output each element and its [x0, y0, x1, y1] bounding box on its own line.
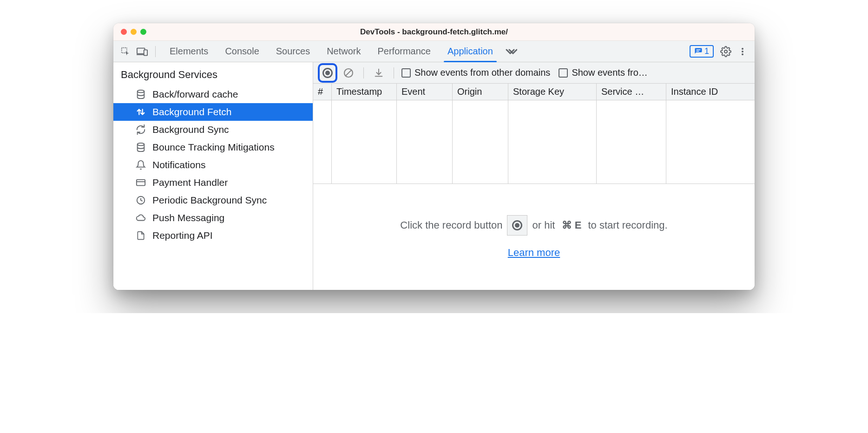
hint-post: to start recording.	[588, 219, 667, 231]
show-other-storage-checkbox[interactable]: Show events fro…	[559, 67, 647, 78]
record-icon	[322, 68, 333, 78]
credit-card-icon	[135, 177, 147, 189]
divider	[363, 67, 364, 79]
col-instance-id[interactable]: Instance ID	[666, 84, 755, 100]
content-area: Background Services Back/forward cache B…	[113, 62, 755, 290]
sidebar-item-notifications[interactable]: Notifications	[113, 156, 313, 174]
divider	[394, 67, 394, 79]
svg-line-16	[346, 70, 352, 76]
svg-point-8	[742, 51, 743, 52]
panel-tabs: Elements Console Sources Network Perform…	[161, 41, 685, 62]
window-title: DevTools - background-fetch.glitch.me/	[113, 27, 755, 37]
tab-performance[interactable]: Performance	[369, 41, 440, 62]
sidebar-item-label: Payment Handler	[152, 177, 228, 188]
tab-sources[interactable]: Sources	[268, 41, 318, 62]
clock-icon	[135, 194, 147, 206]
sidebar-item-label: Push Messaging	[152, 212, 224, 223]
issues-count: 1	[704, 46, 709, 56]
database-icon	[135, 141, 147, 153]
hint-mid: or hit	[532, 219, 555, 231]
events-table-body	[313, 100, 755, 184]
more-options-icon[interactable]	[735, 44, 750, 59]
checkbox-label: Show events fro…	[572, 67, 647, 78]
events-table-header: # Timestamp Event Origin Storage Key Ser…	[313, 84, 755, 100]
svg-point-10	[138, 90, 145, 93]
application-sidebar: Background Services Back/forward cache B…	[113, 62, 313, 290]
checkbox-icon	[401, 68, 411, 78]
sidebar-item-label: Notifications	[152, 159, 205, 171]
svg-point-7	[742, 48, 743, 50]
arrows-up-down-icon	[135, 106, 147, 118]
sidebar-item-label: Background Fetch	[152, 106, 231, 118]
tab-application[interactable]: Application	[439, 41, 501, 62]
sidebar-item-background-sync[interactable]: Background Sync	[113, 121, 313, 138]
close-window-button[interactable]	[121, 29, 127, 35]
divider	[155, 46, 156, 57]
sidebar-item-label: Background Sync	[152, 124, 229, 135]
file-icon	[135, 230, 147, 242]
inline-record-icon	[507, 215, 527, 236]
bell-icon	[135, 159, 147, 171]
sidebar-heading: Background Services	[113, 62, 313, 85]
more-tabs-button[interactable]	[501, 47, 521, 56]
traffic-lights	[113, 29, 146, 35]
record-button[interactable]	[318, 63, 337, 83]
svg-rect-12	[137, 180, 145, 186]
svg-point-6	[724, 50, 727, 53]
sidebar-item-back-forward-cache[interactable]: Back/forward cache	[113, 85, 313, 103]
database-icon	[135, 88, 147, 100]
sidebar-item-label: Reporting API	[152, 230, 213, 241]
save-events-button[interactable]	[371, 66, 386, 80]
device-toolbar-icon[interactable]	[135, 44, 150, 59]
learn-more-link[interactable]: Learn more	[508, 247, 560, 259]
tab-elements[interactable]: Elements	[161, 41, 217, 62]
svg-rect-5	[696, 51, 699, 52]
maximize-window-button[interactable]	[140, 29, 146, 35]
sidebar-item-label: Back/forward cache	[152, 89, 238, 100]
sidebar-item-background-fetch[interactable]: Background Fetch	[113, 103, 313, 121]
col-timestamp[interactable]: Timestamp	[332, 84, 397, 100]
sidebar-item-reporting-api[interactable]: Reporting API	[113, 227, 313, 244]
sidebar-item-periodic-sync[interactable]: Periodic Background Sync	[113, 191, 313, 209]
hint-shortcut: ⌘ E	[562, 219, 582, 231]
main-panel: Show events from other domains Show even…	[313, 62, 755, 290]
hint-pre: Click the record button	[400, 219, 502, 231]
svg-point-9	[742, 53, 743, 55]
empty-state: Click the record button or hit ⌘ E to st…	[313, 184, 755, 290]
main-toolbar: Elements Console Sources Network Perform…	[113, 41, 755, 62]
show-other-domains-checkbox[interactable]: Show events from other domains	[401, 67, 550, 78]
sync-icon	[135, 124, 147, 136]
svg-rect-4	[696, 49, 700, 50]
col-service[interactable]: Service …	[597, 84, 666, 100]
devtools-window: DevTools - background-fetch.glitch.me/ E…	[113, 23, 755, 290]
action-bar: Show events from other domains Show even…	[313, 62, 755, 84]
sidebar-item-bounce-tracking[interactable]: Bounce Tracking Mitigations	[113, 138, 313, 156]
sidebar-item-label: Bounce Tracking Mitigations	[152, 142, 275, 153]
sidebar-item-label: Periodic Background Sync	[152, 195, 267, 206]
col-index[interactable]: #	[313, 84, 332, 100]
minimize-window-button[interactable]	[131, 29, 137, 35]
tab-network[interactable]: Network	[318, 41, 369, 62]
col-origin[interactable]: Origin	[453, 84, 508, 100]
sidebar-item-push-messaging[interactable]: Push Messaging	[113, 209, 313, 227]
inspect-element-icon[interactable]	[118, 44, 133, 59]
cloud-icon	[135, 212, 147, 224]
col-storage-key[interactable]: Storage Key	[508, 84, 597, 100]
svg-point-11	[138, 143, 145, 146]
tab-console[interactable]: Console	[217, 41, 267, 62]
issues-badge[interactable]: 1	[690, 45, 714, 58]
settings-icon[interactable]	[718, 44, 733, 59]
recording-hint: Click the record button or hit ⌘ E to st…	[400, 215, 667, 236]
col-event[interactable]: Event	[397, 84, 453, 100]
checkbox-icon	[559, 68, 568, 78]
svg-rect-3	[144, 50, 147, 55]
clear-button[interactable]	[341, 66, 356, 80]
sidebar-item-payment-handler[interactable]: Payment Handler	[113, 174, 313, 191]
checkbox-label: Show events from other domains	[414, 67, 550, 78]
titlebar: DevTools - background-fetch.glitch.me/	[113, 23, 755, 41]
